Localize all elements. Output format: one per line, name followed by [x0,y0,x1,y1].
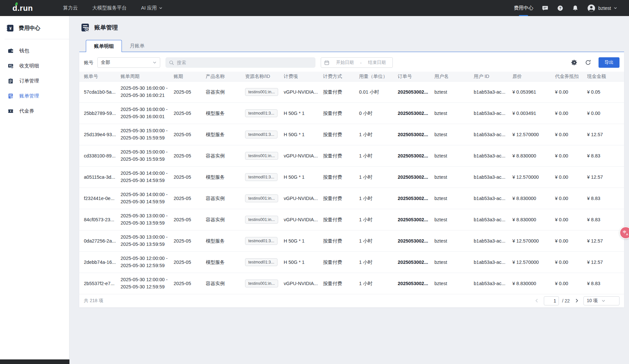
column-header: 原价 [512,73,555,80]
cell-order-no[interactable]: 2025053002... [398,174,434,180]
table-row[interactable]: a05115ca-3d... 2025-05-30 14:00:00 - 202… [79,167,624,188]
table-row[interactable]: f232441e-0e... 2025-05-30 14:00:00 - 202… [79,188,624,209]
account-select-value: 全部 [101,60,153,65]
cell-order-no[interactable]: 2025053002... [398,132,434,137]
column-header: 账单周期 [121,73,174,80]
transactions-icon: ¥ [8,63,14,69]
cell-order-no[interactable]: 2025053002... [398,111,434,116]
cell-cash-amount: ¥ 8.83 [587,153,619,158]
cell-resource: testmod01:3... [245,173,284,181]
user-menu[interactable]: bztest [587,4,617,12]
cell-original-price: ¥ 8.830000 [512,196,555,201]
resource-chip[interactable]: testmod01:3... [245,109,277,117]
table-row[interactable]: cd338100-89... 2025-05-30 15:00:00 - 202… [79,145,624,167]
nav-link-ai-apps[interactable]: AI 应用 [141,0,162,16]
cell-order-no[interactable]: 2025053002... [398,89,434,95]
table-row[interactable]: 57cda1b0-5a... 2025-05-30 16:00:00 - 202… [79,82,624,103]
search-box [165,57,315,68]
cell-order-no[interactable]: 2025053002... [398,153,434,158]
account-filter-label: 账号 [84,60,93,66]
resource-chip[interactable]: testmod01:3... [245,131,277,138]
sidebar-item-orders[interactable]: 订单管理 [0,73,69,88]
drun-logo[interactable]: d.run [12,4,33,13]
cell-cash-amount: ¥ 8.83 [587,281,619,286]
chevron-down-icon [159,6,162,10]
cell-bill-id: 25bb2789-59... [84,111,121,116]
cell-voucher-deduction: ¥ 0.00 [555,89,587,95]
resource-chip[interactable]: testins001:in... [245,280,278,287]
resource-chip[interactable]: testmod01:3... [245,258,277,266]
cell-product-name: 模型服务 [206,110,245,117]
sidebar-item-vouchers[interactable]: ¥ 代金券 [0,103,69,118]
help-icon[interactable]: ? [557,5,563,11]
cell-original-price: ¥ 12.570000 [512,174,555,180]
username-label: bztest [598,6,611,11]
table-row[interactable]: 25bb2789-59... 2025-05-30 16:00:00 - 202… [79,103,624,124]
cell-cash-amount: ¥ 12.57 [587,238,619,244]
cell-voucher-deduction: ¥ 0.00 [555,111,587,116]
cell-billing-month: 2025-05 [174,238,206,244]
cell-bill-id: cd338100-89... [84,153,121,158]
next-page-icon[interactable] [573,297,580,304]
cell-bill-id: 0da27256-2a... [84,238,121,244]
search-input[interactable] [177,60,312,65]
resource-chip[interactable]: testins001:in... [245,88,278,96]
sidebar-item-wallet[interactable]: 钱包 [0,43,69,58]
cell-billing-item: H 50G * 1 [284,174,323,180]
billing-center-icon: ¥ [6,24,14,32]
nav-link-llm-platform[interactable]: 大模型服务平台 [92,0,127,16]
cell-product-name: 模型服务 [206,174,245,180]
cell-usage: 0.01 小时 [359,89,398,95]
sidebar-item-transactions[interactable]: ¥ 收支明细 [0,58,69,73]
cell-order-no[interactable]: 2025053002... [398,196,434,201]
cell-voucher-deduction: ¥ 0.00 [555,281,587,286]
cell-product-name: 容器实例 [206,217,245,223]
table-row[interactable]: 0da27256-2a... 2025-05-30 13:00:00 - 202… [79,230,624,252]
cell-order-no[interactable]: 2025053002... [398,217,434,222]
settings-gear-icon[interactable] [571,59,578,66]
sidebar-item-bills[interactable]: ¥ 账单管理 [0,88,69,103]
nav-link-billing-center[interactable]: 费用中心 [514,0,533,16]
refresh-icon[interactable] [585,59,591,66]
cell-order-no[interactable]: 2025053002... [398,238,434,244]
cell-resource: testmod01:3... [245,109,284,117]
wallet-icon [8,48,14,54]
table-row[interactable]: 2debb74a-16... 2025-05-30 12:00:00 - 202… [79,252,624,273]
resource-chip[interactable]: testins001:in... [245,216,278,224]
tab-monthly-bills[interactable]: 月账单 [122,40,152,52]
cell-product-name: 容器实例 [206,89,245,95]
prev-page-icon[interactable] [533,297,541,304]
sidebar-divider [5,39,69,39]
cell-billing-mode: 按量付费 [323,217,359,223]
nav-link-compute-cloud[interactable]: 算力云 [63,0,78,16]
date-range-picker[interactable]: 开始日期 - 结束日期 [321,57,393,68]
cell-order-no[interactable]: 2025053002... [398,281,434,286]
tab-bill-details[interactable]: 账单明细 [86,40,122,52]
bell-icon[interactable] [572,5,579,11]
message-icon[interactable] [542,5,548,11]
cell-usage: 1 小时 [359,217,398,223]
page-size-select[interactable]: 10 项 [583,296,619,305]
table-row[interactable]: 84cf0573-23... 2025-05-30 13:00:00 - 202… [79,209,624,230]
period-end: 2025-05-30 12:59:59 [121,283,171,291]
cell-resource: testmod01:3... [245,258,284,266]
cell-usage: 1 小时 [359,174,398,180]
primary-nav: 算力云 大模型服务平台 AI 应用 [63,0,162,16]
cell-order-no[interactable]: 2025053002... [398,260,434,265]
account-select[interactable]: 全部 [97,57,160,68]
cell-billing-mode: 按量付费 [323,174,359,180]
resource-chip[interactable]: testmod01:3... [245,173,277,181]
cell-billing-item: vGPU-NVIDIA... [284,153,323,158]
page-number-input[interactable] [544,296,559,305]
period-start: 2025-05-30 15:00:00 - [121,149,171,156]
table-row[interactable]: 25d139e4-93... 2025-05-30 15:00:00 - 202… [79,124,624,145]
cell-user-id: b1ab53a3-ac... [474,132,512,137]
table-row[interactable]: 2b5537f2-e7... 2025-05-30 12:00:00 - 202… [79,273,624,294]
svg-text:¥: ¥ [10,110,11,113]
cell-user-id: b1ab53a3-ac... [474,238,512,244]
page-title: 账单管理 [94,24,118,31]
resource-chip[interactable]: testins001:in... [245,152,278,160]
export-button[interactable]: 导出 [599,57,619,68]
resource-chip[interactable]: testins001:in... [245,194,278,202]
resource-chip[interactable]: testmod01:3... [245,237,277,245]
